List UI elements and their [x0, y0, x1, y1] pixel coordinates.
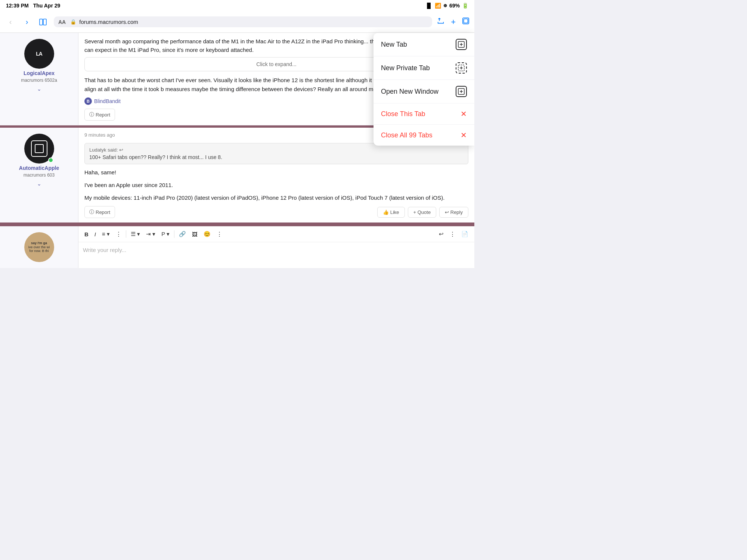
chevron-down-icon[interactable]: ⌄ — [37, 86, 41, 92]
image-button[interactable]: 🖼 — [190, 230, 199, 239]
reply-avatar: say I'm ga ive over the wi for now. B th… — [24, 232, 54, 262]
date: Thu Apr 29 — [33, 3, 61, 9]
role-automaticapple: macrumors 603 — [24, 172, 55, 178]
menu-label-new-tab: New Tab — [381, 41, 407, 49]
username-automaticapple: AutomaticApple — [19, 165, 59, 171]
address-text: forums.macrumors.com — [79, 19, 138, 25]
status-bar: 12:39 PM Thu Apr 29 ▐▌ 📶 ⊕ 69% 🔋 — [0, 0, 474, 11]
bold-button[interactable]: B — [83, 230, 90, 239]
share-icon[interactable] — [437, 17, 445, 27]
action-buttons-2: 👍 Like + Quote ↩ Reply — [377, 207, 468, 218]
menu-item-new-private-tab[interactable]: New Private Tab — [374, 56, 474, 80]
report-button-2[interactable]: ⓘ Report — [84, 206, 115, 218]
forward-button[interactable]: › — [21, 16, 33, 28]
editor-toolbar: B I ≡ ▾ ⋮ ☰ ▾ ⇥ ▾ P ▾ 🔗 🖼 😊 ⋮ ↩ ⋮ — [78, 226, 474, 242]
save-draft-button[interactable]: 📄 — [460, 229, 470, 239]
avatar-logicalapex: LA — [24, 39, 54, 69]
toolbar-icons: + — [437, 17, 470, 27]
reply-section: say I'm ga ive over the wi for now. B th… — [0, 225, 474, 268]
menu-label-new-private-tab: New Private Tab — [381, 64, 430, 72]
browser-chrome: ‹ › AA 🔒 forums.macrumors.com + — [0, 11, 474, 33]
new-tab-icon[interactable]: + — [451, 17, 456, 27]
wifi-icon: 📶 — [435, 3, 441, 9]
menu-item-new-tab[interactable]: New Tab — [374, 33, 474, 56]
new-private-tab-icon — [456, 62, 467, 74]
svg-rect-3 — [464, 19, 468, 23]
indent-button[interactable]: ⇥ ▾ — [145, 229, 157, 239]
new-tab-icon — [456, 39, 467, 50]
quote-text: 100+ Safari tabs open?? Really? I think … — [89, 154, 464, 160]
quote-button-2[interactable]: + Quote — [408, 207, 437, 218]
post-1-sidebar: LA LogicalApex macrumors 6502a ⌄ — [0, 33, 78, 125]
align-button[interactable]: ≡ ▾ — [100, 229, 111, 239]
toolbar-sep-1 — [126, 230, 126, 238]
battery-pct: 69% — [449, 3, 460, 9]
reply-sidebar: say I'm ga ive over the wi for now. B th… — [0, 226, 78, 268]
report-icon-2: ⓘ — [89, 209, 94, 215]
mention-icon: B — [84, 97, 92, 105]
undo-button[interactable]: ↩ — [437, 229, 445, 239]
status-right: ▐▌ 📶 ⊕ 69% 🔋 — [425, 3, 468, 9]
italic-button[interactable]: I — [93, 230, 97, 239]
open-new-window-icon — [456, 86, 467, 97]
post-2-main: Haha, same! — [84, 168, 468, 177]
menu-item-close-tab[interactable]: Close This Tab ✕ — [374, 103, 474, 125]
location-icon: ⊕ — [443, 3, 447, 8]
reply-button-2[interactable]: ↩ Reply — [439, 207, 468, 218]
role-logicalapex: macrumors 6502a — [21, 78, 57, 83]
more-button[interactable]: ⋮ — [114, 229, 123, 239]
link-button[interactable]: 🔗 — [177, 229, 187, 239]
lock-icon: 🔒 — [70, 19, 76, 25]
menu-label-open-new-window: Open New Window — [381, 88, 438, 96]
time: 12:39 PM — [6, 3, 29, 9]
back-button[interactable]: ‹ — [4, 16, 16, 28]
post-2-bio2: My mobile devices: 11-inch iPad Pro (202… — [84, 193, 468, 202]
tabs-icon[interactable] — [462, 17, 470, 27]
emoji-button[interactable]: 😊 — [202, 229, 212, 239]
mention-name[interactable]: BlindBandit — [94, 98, 121, 104]
write-area[interactable]: Write your reply... — [78, 242, 474, 265]
menu-label-close-all-tabs: Close All 99 Tabs — [381, 131, 433, 139]
online-badge — [48, 158, 53, 163]
menu-item-open-new-window[interactable]: Open New Window — [374, 80, 474, 103]
svg-rect-1 — [43, 19, 46, 25]
toolbar-sep-2 — [174, 230, 174, 238]
list-button[interactable]: ☰ ▾ — [129, 229, 142, 239]
avatar-wrap-2 — [24, 134, 54, 164]
aa-label: AA — [58, 19, 66, 25]
post-2-bio1: I've been an Apple user since 2011. — [84, 181, 468, 190]
reply-editor[interactable]: B I ≡ ▾ ⋮ ☰ ▾ ⇥ ▾ P ▾ 🔗 🖼 😊 ⋮ ↩ ⋮ — [78, 226, 474, 268]
menu-item-close-all-tabs[interactable]: Close All 99 Tabs ✕ — [374, 125, 474, 146]
close-all-tabs-icon: ✕ — [461, 131, 467, 140]
like-button-2[interactable]: 👍 Like — [377, 207, 405, 218]
status-left: 12:39 PM Thu Apr 29 — [6, 3, 60, 9]
signal-icon: ▐▌ — [425, 3, 433, 9]
para-button[interactable]: P ▾ — [160, 229, 171, 239]
quote-box: Ludatyk said: ↩ 100+ Safari tabs open?? … — [84, 143, 468, 164]
report-button-1[interactable]: ⓘ Report — [84, 109, 115, 121]
extra-button[interactable]: ⋮ — [448, 229, 457, 239]
bookmarks-button[interactable] — [37, 16, 49, 28]
username-logicalapex: LogicalApex — [24, 70, 55, 76]
post-2-actions: ⓘ Report 👍 Like + Quote ↩ Reply — [84, 206, 468, 218]
address-bar[interactable]: AA 🔒 forums.macrumors.com — [54, 16, 432, 27]
post-2-sidebar: AutomaticApple macrumors 603 ⌄ — [0, 128, 78, 223]
close-tab-icon: ✕ — [461, 109, 467, 118]
battery-icon: 🔋 — [462, 3, 468, 9]
more2-button[interactable]: ⋮ — [215, 229, 224, 239]
chevron-down-icon-2[interactable]: ⌄ — [37, 181, 41, 187]
post-time: 9 minutes ago — [84, 132, 115, 138]
menu-label-close-tab: Close This Tab — [381, 110, 425, 118]
report-icon: ⓘ — [89, 111, 94, 118]
dropdown-menu: New Tab New Private Tab Open New Window … — [374, 33, 474, 146]
reply-row: say I'm ga ive over the wi for now. B th… — [0, 226, 474, 268]
svg-rect-0 — [40, 19, 43, 25]
quote-author: Ludatyk said: ↩ — [89, 147, 464, 153]
